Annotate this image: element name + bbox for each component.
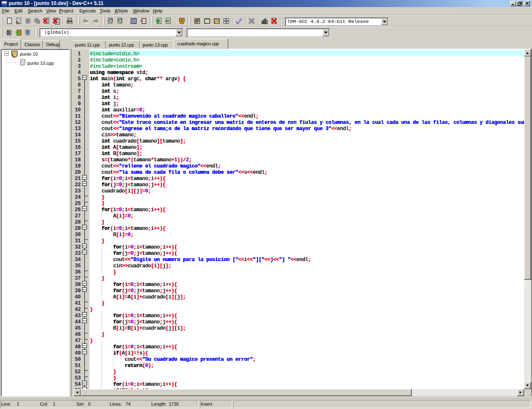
svg-text:C++: C++ <box>2 4 7 6</box>
